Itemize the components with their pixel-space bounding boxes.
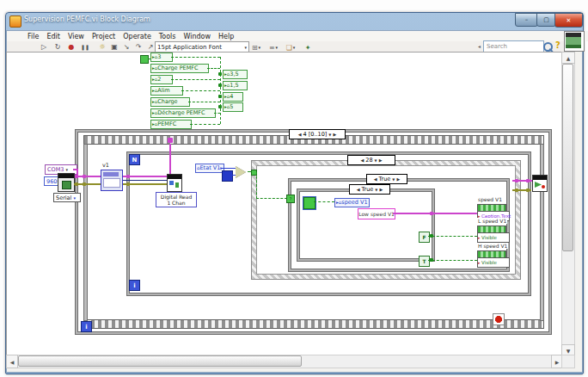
boolean-wire xyxy=(428,236,477,237)
search-input[interactable]: Search xyxy=(483,40,544,53)
visa-configure-serial-icon[interactable] xyxy=(58,173,75,192)
boolean-constant-small[interactable] xyxy=(140,55,149,64)
vertical-scrollbar-thumb[interactable] xyxy=(562,64,573,251)
icon-glyph xyxy=(169,181,174,185)
local-var[interactable]: 3,5 xyxy=(223,70,248,79)
prev-case-icon[interactable] xyxy=(357,186,360,193)
boolean-constant-true[interactable] xyxy=(303,197,315,209)
wire xyxy=(190,124,220,125)
menu-help[interactable]: Help xyxy=(218,33,234,40)
chevron-down-icon: ▾ xyxy=(73,195,76,201)
prev-frame-icon[interactable] xyxy=(298,131,302,138)
numeric-constant[interactable] xyxy=(222,170,233,182)
property-node-label: H speed V1 xyxy=(477,243,508,249)
for-loop-count-terminal[interactable]: N xyxy=(129,154,140,165)
tunnel xyxy=(83,175,86,178)
disable-structure-selector[interactable]: 28 xyxy=(347,155,395,165)
context-help-icon[interactable]: ? xyxy=(555,40,560,50)
menu-file[interactable]: File xyxy=(28,33,39,40)
string-constant-low-speed[interactable]: Low speed V1 xyxy=(358,208,395,219)
chevron-down-icon: ▾ xyxy=(65,167,68,172)
menu-tools[interactable]: Tools xyxy=(159,33,176,40)
local-var[interactable]: 4 xyxy=(223,92,243,102)
local-var[interactable]: Décharge PEMFC xyxy=(150,108,216,118)
menu-operate[interactable]: Operate xyxy=(123,33,151,40)
visa-resource-value: COM3 xyxy=(47,166,64,173)
loop-condition-terminal[interactable] xyxy=(493,313,505,325)
next-frame-icon[interactable] xyxy=(333,131,336,138)
boolean-wire xyxy=(256,172,257,199)
scrollbar-corner xyxy=(561,355,575,368)
subvi-icon-art xyxy=(103,178,120,188)
prev-case-icon[interactable] xyxy=(360,157,364,164)
icon-glyph xyxy=(535,182,542,188)
boolean-wire xyxy=(314,201,334,202)
true-constant[interactable]: T xyxy=(419,256,430,267)
next-case-icon[interactable] xyxy=(379,186,383,193)
equal-comparison-icon[interactable] xyxy=(236,166,246,178)
local-var[interactable]: Alim xyxy=(150,86,183,96)
chevron-down-icon: ▾ xyxy=(244,45,247,50)
horizontal-scrollbar-thumb[interactable] xyxy=(18,355,302,367)
local-var[interactable]: Charge PEMFC xyxy=(150,64,209,73)
next-case-icon[interactable] xyxy=(379,157,383,164)
menu-edit[interactable]: Edit xyxy=(46,33,60,40)
while-loop-iteration-terminal[interactable]: i xyxy=(81,321,92,332)
false-constant[interactable]: F xyxy=(419,232,430,243)
font-selector-value: 15pt Application Font xyxy=(157,44,222,51)
wire xyxy=(207,68,220,69)
serial-mode-ring[interactable]: Serial ▾ xyxy=(53,193,81,202)
menu-view[interactable]: View xyxy=(68,33,84,40)
daq-assistant-icon[interactable] xyxy=(167,174,182,192)
next-case-icon[interactable] xyxy=(396,176,400,182)
case-dropdown-icon[interactable] xyxy=(392,176,395,182)
for-loop-iteration-terminal[interactable]: i xyxy=(129,280,140,291)
prev-case-icon[interactable] xyxy=(374,176,377,182)
menu-project[interactable]: Project xyxy=(92,33,115,40)
local-var[interactable]: 3 xyxy=(150,53,173,62)
stop-sign-icon xyxy=(495,316,502,323)
daq-assistant-label[interactable]: Digital Read 1 Chan xyxy=(156,192,197,207)
local-var[interactable]: 5 xyxy=(223,102,243,112)
property-node-property[interactable]: Visible xyxy=(477,232,510,243)
maximize-button[interactable]: ▢ xyxy=(536,13,556,27)
subvi-icon[interactable] xyxy=(101,170,123,191)
sequence-bottom-border xyxy=(83,319,544,329)
local-var[interactable]: 1,5 xyxy=(223,81,248,90)
sequence-selector[interactable]: 4 [0..10] xyxy=(289,129,346,139)
tunnel xyxy=(515,179,518,182)
scroll-left-icon[interactable]: ◀ xyxy=(6,355,18,368)
wire xyxy=(220,57,221,124)
local-var-speed[interactable]: speed V1 xyxy=(334,198,370,207)
frame-dropdown-icon[interactable] xyxy=(328,131,331,138)
property-node-property[interactable]: Visible xyxy=(477,257,510,268)
boolean-wire xyxy=(428,260,477,261)
close-button[interactable]: ✕ xyxy=(554,13,583,28)
local-var[interactable]: 2 xyxy=(150,75,173,84)
visa-close-icon[interactable] xyxy=(532,175,548,192)
case-outer-label: True xyxy=(379,176,391,182)
search-collapse-icon[interactable]: ◂ xyxy=(478,43,481,49)
string-wire xyxy=(393,213,477,214)
sequence-selector-label: 4 [0..10] xyxy=(303,131,328,138)
minimize-button[interactable]: – xyxy=(515,13,538,27)
wire xyxy=(171,79,220,80)
case-inner-selector[interactable]: True xyxy=(349,184,390,195)
minimize-icon: – xyxy=(525,16,529,23)
tunnel xyxy=(526,188,530,192)
boolean-wire xyxy=(256,198,287,199)
menu-window[interactable]: Window xyxy=(184,33,211,40)
wire xyxy=(188,102,220,102)
case-dropdown-icon[interactable] xyxy=(375,157,377,164)
local-var-etat[interactable]: Etat V1 xyxy=(195,164,224,173)
case-selector-terminal[interactable]: ? xyxy=(286,195,295,203)
local-var[interactable]: PEMFC xyxy=(150,120,192,129)
case-dropdown-icon[interactable] xyxy=(375,186,377,193)
scroll-up-icon[interactable]: ▲ xyxy=(561,52,575,64)
search-placeholder: Search xyxy=(487,43,507,50)
icon-glyph xyxy=(175,182,179,188)
local-var[interactable]: Charge xyxy=(150,97,190,107)
reorder-objects-icon: ❏ xyxy=(286,44,292,52)
case-outer-selector[interactable]: True xyxy=(366,174,407,184)
wire-junction xyxy=(218,72,222,76)
